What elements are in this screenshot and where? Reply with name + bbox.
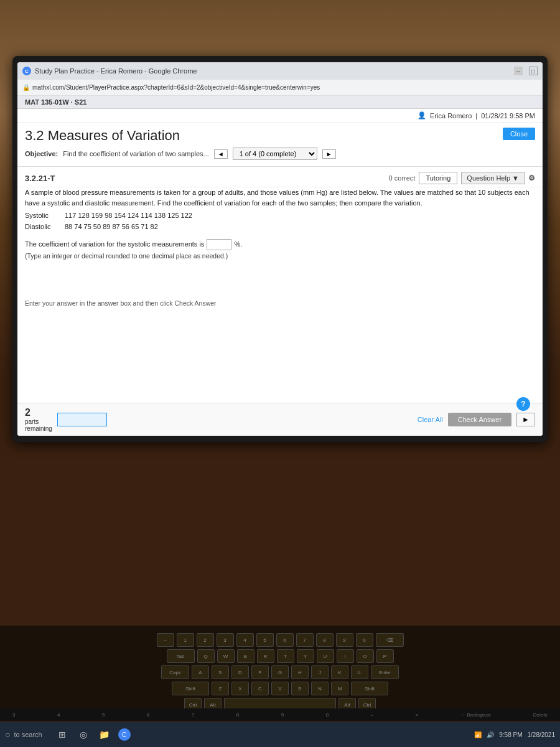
key-v[interactable]: V: [271, 682, 289, 695]
key-label-3: 3: [12, 712, 15, 718]
key-d[interactable]: D: [231, 665, 249, 679]
taskbar-file-icon[interactable]: 📁: [97, 727, 112, 742]
key-g[interactable]: G: [271, 665, 289, 679]
key-5[interactable]: 5: [256, 633, 274, 647]
key-q[interactable]: Q: [197, 649, 215, 663]
key-e[interactable]: E: [237, 649, 254, 663]
key-a[interactable]: A: [192, 665, 209, 679]
key-o[interactable]: O: [357, 649, 374, 663]
user-icon: 👤: [418, 111, 426, 120]
taskbar-wifi-icon: 📶: [474, 731, 482, 738]
key-x[interactable]: X: [231, 682, 249, 695]
key-caps[interactable]: Caps: [161, 665, 189, 679]
key-m[interactable]: M: [331, 682, 348, 695]
minimize-button[interactable]: –: [514, 67, 523, 75]
page-title: 3.2 Measures of Variation: [25, 128, 180, 144]
diastolic-label: Diastolic: [25, 222, 62, 232]
settings-icon[interactable]: ⚙: [528, 174, 535, 182]
key-label-plus: =: [416, 712, 419, 718]
tutoring-button[interactable]: Tutoring: [419, 172, 457, 184]
key-s[interactable]: S: [212, 665, 229, 679]
url-text: mathxl.com/Student/PlayerPractice.aspx?c…: [32, 84, 320, 91]
key-j[interactable]: J: [311, 665, 329, 679]
systolic-label: Systolic: [25, 210, 62, 221]
next-question-nav-button[interactable]: ►: [322, 149, 336, 159]
key-7[interactable]: 7: [296, 633, 314, 647]
diastolic-values: 88 74 75 50 89 87 56 65 71 82: [65, 222, 158, 232]
key-f[interactable]: F: [251, 665, 269, 679]
taskbar-cortana-icon[interactable]: ◎: [76, 727, 91, 742]
key-c[interactable]: C: [251, 682, 269, 695]
key-k[interactable]: K: [331, 665, 348, 679]
key-w[interactable]: W: [217, 649, 235, 663]
key-u[interactable]: U: [317, 649, 334, 663]
check-answer-button[interactable]: Check Answer: [448, 413, 511, 426]
taskbar-chrome-icon[interactable]: C: [118, 728, 131, 741]
main-content: MAT 135-01W · S21 👤 Erica Romero | 01/28…: [17, 96, 543, 436]
key-label-9: 9: [281, 712, 284, 718]
key-6[interactable]: 6: [276, 633, 294, 647]
taskbar-icons: ⊞ ◎ 📁 C: [55, 727, 131, 742]
key-tab[interactable]: Tab: [167, 649, 195, 663]
key-8[interactable]: 8: [316, 633, 334, 647]
key-b[interactable]: B: [291, 682, 309, 695]
key-label-4: 4: [57, 712, 60, 718]
bottom-bar: 2 parts remaining Clear All Check Answer…: [17, 403, 543, 436]
taskbar-time: 9:58 PM: [499, 731, 522, 738]
prev-question-button[interactable]: ◄: [214, 149, 228, 159]
datetime: 01/28/21 9:58 PM: [481, 112, 535, 120]
key-h[interactable]: H: [291, 665, 309, 679]
answer-section: The coefficient of variation for the sys…: [25, 239, 535, 261]
next-arrow-button[interactable]: ►: [516, 413, 535, 426]
key-4[interactable]: 4: [236, 633, 254, 647]
key-shift-right[interactable]: Shift: [351, 682, 388, 695]
key-label-backspace: ← Backspace: [460, 712, 491, 718]
maximize-button[interactable]: □: [529, 67, 538, 75]
key-r[interactable]: R: [257, 649, 274, 663]
answer-unit: %.: [234, 239, 242, 250]
key-label-0: 0: [326, 712, 329, 718]
taskbar-search: ○ to search: [5, 730, 42, 740]
parts-num: 2: [25, 407, 52, 418]
help-circle-button[interactable]: ?: [516, 397, 530, 411]
question-help-button[interactable]: Question Help ▼: [461, 172, 525, 184]
key-backspace[interactable]: ⌫: [376, 633, 404, 647]
key-label-8: 8: [236, 712, 239, 718]
key-y[interactable]: Y: [297, 649, 314, 663]
key-z[interactable]: Z: [212, 682, 229, 695]
key-2[interactable]: 2: [197, 633, 214, 647]
key-3[interactable]: 3: [217, 633, 234, 647]
page-title-section: 3.2 Measures of Variation Close: [17, 123, 543, 146]
taskbar-search-text: to search: [14, 731, 42, 738]
taskbar-start-icon[interactable]: ⊞: [55, 727, 70, 742]
key-t[interactable]: T: [277, 649, 294, 663]
address-bar[interactable]: 🔒 mathxl.com/Student/PlayerPractice.aspx…: [17, 80, 543, 96]
progress-dropdown[interactable]: 1 of 4 (0 complete): [233, 148, 317, 160]
key-0[interactable]: 0: [356, 633, 373, 647]
key-9[interactable]: 9: [336, 633, 353, 647]
browser-title: Study Plan Practice - Erica Romero - Goo…: [35, 67, 510, 75]
objective-label: Objective:: [25, 150, 58, 157]
close-button[interactable]: Close: [503, 128, 535, 140]
key-p[interactable]: P: [376, 649, 394, 663]
keyboard-row-3: Caps A S D F G H J K L Enter: [161, 665, 399, 679]
answer-input-bottom[interactable]: [57, 413, 107, 426]
taskbar-date: 1/28/2021: [528, 731, 556, 738]
answer-inline: The coefficient of variation for the sys…: [25, 239, 535, 250]
key-1[interactable]: 1: [177, 633, 194, 647]
diastolic-row: Diastolic 88 74 75 50 89 87 56 65 71 82: [25, 222, 535, 232]
parts-remaining: 2 parts remaining: [25, 407, 52, 432]
keyboard-row-1: ~ 1 2 3 4 5 6 7 8 9 0 ⌫: [157, 633, 404, 647]
clear-all-button[interactable]: Clear All: [418, 416, 443, 423]
key-shift-left[interactable]: Shift: [172, 682, 209, 695]
systolic-cv-input[interactable]: [207, 239, 231, 250]
key-i[interactable]: I: [337, 649, 354, 663]
key-l[interactable]: L: [351, 665, 368, 679]
taskbar: ○ to search ⊞ ◎ 📁 C 📶 🔊 9:58 PM 1/28/202…: [0, 722, 560, 747]
correct-count: 0 correct: [389, 174, 416, 182]
key-enter[interactable]: Enter: [371, 665, 399, 679]
key-n[interactable]: N: [311, 682, 329, 695]
key-tilde[interactable]: ~: [157, 633, 174, 647]
course-name: MAT 135-01W · S21: [25, 98, 86, 106]
bottom-keyboard-bar: 3 4 5 6 7 8 9 0 – = ← Backspace Delete: [0, 708, 560, 721]
